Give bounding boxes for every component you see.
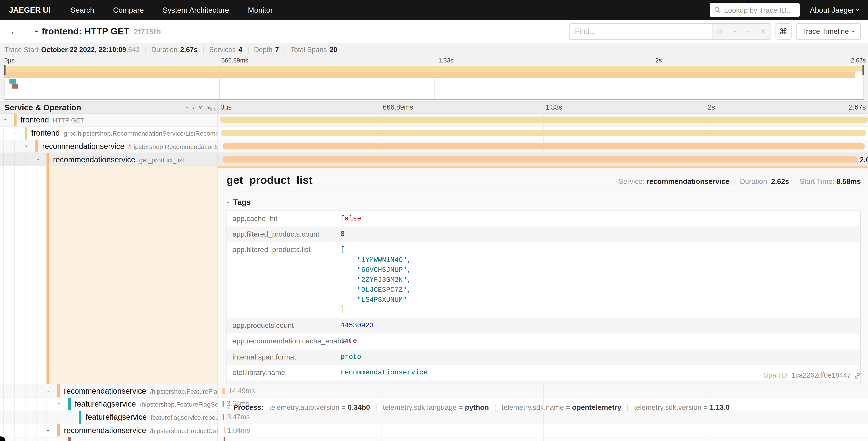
span-row[interactable]: ›recommendationserviceget_product_list2.… xyxy=(0,153,868,166)
span-duration-text: 3.68ms xyxy=(226,400,249,408)
span-timeline-cell[interactable]: 3.68ms xyxy=(217,398,868,410)
indent-guide xyxy=(25,166,26,384)
span-timeline-cell[interactable] xyxy=(217,127,868,140)
nav-item-system-architecture[interactable]: System Architecture xyxy=(163,6,229,14)
span-duration-bar[interactable] xyxy=(224,427,225,433)
trace-overview-band: Trace Start October 22 2022, 22:10:09.54… xyxy=(0,42,868,99)
span-duration-bar[interactable] xyxy=(222,156,857,163)
span-duration-bar[interactable] xyxy=(222,401,223,407)
expand-chevron-icon[interactable]: › xyxy=(45,429,52,431)
span-duration-text: 2.62s xyxy=(860,155,868,164)
indent-guide xyxy=(14,384,15,397)
indent-guide xyxy=(36,166,36,384)
tick-label: 666.89ms xyxy=(383,104,413,111)
timeline-gridline xyxy=(543,398,544,410)
timeline-minimap[interactable] xyxy=(4,65,864,99)
span-row[interactable]: ›recommendationservice/hipstershop.Featu… xyxy=(0,384,868,398)
span-row[interactable]: ›featureflagservice/hipstershop.FeatureF… xyxy=(0,398,868,411)
tag-value: true xyxy=(341,336,357,346)
span-row[interactable]: ›frontendgrpc.hipstershop.Recommendation… xyxy=(0,127,868,140)
tag-row[interactable]: internal.span.formatproto xyxy=(227,349,860,365)
span-row[interactable]: ›frontendHTTP GET xyxy=(0,114,868,127)
span-duration-bar[interactable] xyxy=(223,414,224,420)
tag-row[interactable]: app.filtered_products.count8 xyxy=(227,227,860,242)
expand-chevron-icon[interactable]: › xyxy=(56,403,63,405)
expand-chevron-icon[interactable]: › xyxy=(13,132,20,134)
span-name-column: featureflagservicefeatureflagservice.rep… xyxy=(0,411,217,423)
trace-start-value: October 22 2022, 22:10:09 xyxy=(41,46,126,53)
indent-guide xyxy=(3,127,4,140)
timeline-gridline xyxy=(381,411,381,423)
expand-chevron-icon[interactable]: › xyxy=(35,158,41,160)
expand-one-icon[interactable]: › xyxy=(192,104,195,111)
indent-guide xyxy=(25,398,26,410)
next-match-icon[interactable]: › xyxy=(745,27,753,35)
back-button[interactable]: ← xyxy=(0,20,29,42)
collapse-all-icon[interactable]: » xyxy=(197,106,204,109)
trace-view-select[interactable]: Trace Timeline › xyxy=(796,23,861,40)
nav-item-monitor[interactable]: Monitor xyxy=(248,6,273,14)
indent-guide xyxy=(58,411,58,423)
span-rows-bottom: ›recommendationservice/hipstershop.Featu… xyxy=(0,384,868,437)
app-logo[interactable]: JAEGER UI xyxy=(9,5,51,14)
focus-match-icon[interactable]: ◎ xyxy=(716,27,724,35)
tags-section-header[interactable]: › Tags xyxy=(227,198,861,207)
prev-match-icon[interactable]: › xyxy=(731,27,738,35)
indent-guide xyxy=(25,437,26,441)
expand-chevron-icon[interactable]: › xyxy=(45,390,52,392)
tag-value: false xyxy=(341,214,361,224)
span-row[interactable]: ›recommendationservice/hipstershop.Recom… xyxy=(0,140,868,153)
detail-indent-fill xyxy=(49,166,217,384)
deep-link-icon[interactable] xyxy=(854,372,861,379)
keyboard-shortcuts-button[interactable]: ⌘ xyxy=(775,23,791,40)
trace-lookup-input[interactable] xyxy=(724,6,790,14)
span-duration-bar[interactable] xyxy=(220,117,868,123)
expand-chevron-icon[interactable]: › xyxy=(2,119,9,121)
tag-key: otel.library.name xyxy=(232,368,341,377)
tick-label: 666.89ms xyxy=(221,57,248,64)
expand-chevron-icon[interactable]: › xyxy=(24,145,30,147)
tick-label: 2s xyxy=(708,104,715,111)
timeline-gridline xyxy=(706,411,706,423)
collapse-trace-chevron-icon[interactable]: › xyxy=(33,30,41,33)
service-value: recommendationservice xyxy=(647,177,729,186)
nav-item-compare[interactable]: Compare xyxy=(113,6,144,14)
column-resizer-handle[interactable]: ▮▮ xyxy=(210,107,216,112)
indent-guide xyxy=(14,140,15,153)
span-operation-name: /hipstershop.RecommendationService/Lis… xyxy=(128,144,217,150)
collapse-one-icon[interactable]: › xyxy=(184,107,190,109)
span-timeline-cell[interactable]: 14.49ms xyxy=(217,384,868,397)
minimap-scrubber-handle[interactable] xyxy=(4,65,5,75)
tag-row[interactable]: app.filtered_products.list[ "1YMWWN1N4O"… xyxy=(227,242,860,318)
start-time-label: Start Time: xyxy=(800,177,835,186)
span-timeline-cell[interactable]: 1.04ms xyxy=(217,424,868,437)
timeline-gridline xyxy=(706,384,706,397)
detail-divider xyxy=(226,192,861,192)
indent-guide xyxy=(3,140,4,153)
span-row[interactable]: ›recommendationservice/hipstershop.Produ… xyxy=(0,424,868,437)
span-timeline-cell[interactable]: 2.62s xyxy=(217,153,868,166)
summary-separator xyxy=(145,46,146,53)
trace-lookup-box[interactable] xyxy=(710,3,800,17)
minimap-scrubber-handle[interactable] xyxy=(863,65,864,75)
tag-row[interactable]: app.cache_hitfalse xyxy=(227,211,860,227)
tag-row[interactable]: app.products.count44530923 xyxy=(227,318,860,334)
tag-row[interactable]: app.recommendation.cache_enabledtrue xyxy=(227,334,860,349)
about-jaeger-menu[interactable]: About Jaeger › xyxy=(810,6,859,14)
find-input[interactable] xyxy=(569,24,712,39)
nav-item-search[interactable]: Search xyxy=(71,6,94,14)
span-timeline-cell[interactable] xyxy=(217,114,868,126)
span-duration-bar[interactable] xyxy=(221,130,866,136)
clear-find-icon[interactable]: ✕ xyxy=(759,27,767,35)
partial-span-row[interactable] xyxy=(0,437,868,441)
minimap-span-bar xyxy=(9,79,16,84)
span-duration-bar[interactable] xyxy=(222,388,226,394)
span-duration-bar[interactable] xyxy=(223,143,865,149)
span-row[interactable]: featureflagservicefeatureflagservice.rep… xyxy=(0,411,868,424)
start-time-value: 8.58ms xyxy=(836,177,861,186)
span-id-value: 1ca2262df0e18447 xyxy=(792,372,851,379)
span-timeline-cell[interactable]: 3.47ms xyxy=(217,411,868,423)
span-timeline-cell[interactable] xyxy=(217,140,868,153)
span-color-accent xyxy=(68,437,71,441)
span-color-accent xyxy=(46,153,49,166)
